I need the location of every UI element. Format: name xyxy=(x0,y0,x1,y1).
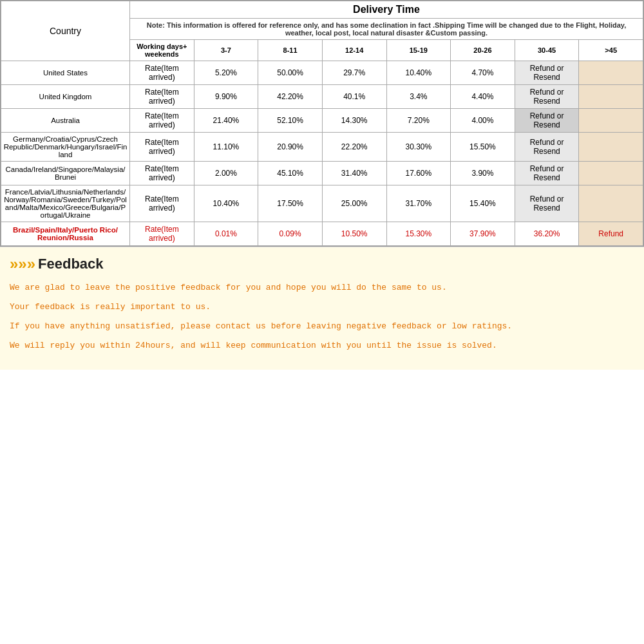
data-cell: 0.09% xyxy=(258,222,323,246)
data-cell: 4.40% xyxy=(451,85,515,109)
table-row: United KingdomRate(Item arrived)9.90%42.… xyxy=(1,85,643,109)
table-row: United StatesRate(Item arrived)5.20%50.0… xyxy=(1,61,643,85)
col-20-26: 20-26 xyxy=(451,40,515,61)
table-row: AustraliaRate(Item arrived)21.40%52.10%1… xyxy=(1,109,643,133)
table-row: Brazil/Spain/Italy/Puerto Rico/ Reunion/… xyxy=(1,222,643,246)
country-cell: United States xyxy=(1,61,130,85)
working-days-cell: Rate(Item arrived) xyxy=(130,133,194,162)
data-cell: 10.50% xyxy=(322,222,386,246)
data-cell: 42.20% xyxy=(258,85,323,109)
last-col-cell xyxy=(579,85,643,109)
refund-cell: Refund or Resend xyxy=(515,133,579,162)
delivery-table-section: Country Delivery Time Note: This informa… xyxy=(0,0,644,247)
data-cell: 10.40% xyxy=(386,61,451,85)
data-cell: 3.4% xyxy=(386,85,451,109)
data-cell: 45.10% xyxy=(258,162,323,185)
data-cell: 25.00% xyxy=(322,185,386,222)
last-col-cell: Refund xyxy=(579,222,643,246)
col-30-45: 30-45 xyxy=(515,40,579,61)
last-col-cell xyxy=(579,162,643,185)
last-col-cell xyxy=(579,109,643,133)
country-cell: Germany/Croatia/Cyprus/Czech Republic/De… xyxy=(1,133,130,162)
last-col-cell xyxy=(579,185,643,222)
country-cell: Brazil/Spain/Italy/Puerto Rico/ Reunion/… xyxy=(1,222,130,246)
working-days-cell: Rate(Item arrived) xyxy=(130,222,194,246)
data-cell: 21.40% xyxy=(194,109,258,133)
data-cell: 7.20% xyxy=(386,109,451,133)
delivery-time-header: Delivery Time xyxy=(130,1,643,19)
feedback-line: If you have anything unsatisfied, please… xyxy=(10,318,634,335)
refund-cell: Refund or Resend xyxy=(515,109,579,133)
note-cell: Note: This information is offered for re… xyxy=(130,19,643,40)
data-cell: 15.40% xyxy=(451,185,515,222)
data-cell: 9.90% xyxy=(194,85,258,109)
data-cell: 52.10% xyxy=(258,109,323,133)
data-cell: 31.40% xyxy=(322,162,386,185)
feedback-line: We will reply you within 24hours, and wi… xyxy=(10,337,634,354)
country-cell: Canada/Ireland/Singapore/Malaysia/Brunei xyxy=(1,162,130,185)
feedback-arrows: »»» xyxy=(10,255,35,273)
data-cell: 15.50% xyxy=(451,133,515,162)
refund-cell: Refund or Resend xyxy=(515,61,579,85)
refund-cell: Refund or Resend xyxy=(515,185,579,222)
data-cell: 14.30% xyxy=(322,109,386,133)
data-cell: 3.90% xyxy=(451,162,515,185)
feedback-section: »»» Feedback We are glad to leave the po… xyxy=(0,247,644,370)
working-days-cell: Rate(Item arrived) xyxy=(130,61,194,85)
col-working-days: Working days+weekends xyxy=(130,40,194,61)
data-cell: 40.1% xyxy=(322,85,386,109)
last-col-cell xyxy=(579,61,643,85)
data-cell: 37.90% xyxy=(451,222,515,246)
data-cell: 15.30% xyxy=(386,222,451,246)
table-row: France/Latvia/Lithusnia/Netherlands/Norw… xyxy=(1,185,643,222)
feedback-title-container: »»» Feedback xyxy=(10,255,634,273)
country-cell: United Kingdom xyxy=(1,85,130,109)
refund-cell: 36.20% xyxy=(515,222,579,246)
feedback-title-text: Feedback xyxy=(38,256,104,272)
feedback-line: Your feedback is really important to us. xyxy=(10,299,634,316)
country-header: Country xyxy=(1,1,130,61)
working-days-cell: Rate(Item arrived) xyxy=(130,85,194,109)
data-cell: 17.60% xyxy=(386,162,451,185)
col-3-7: 3-7 xyxy=(194,40,258,61)
refund-cell: Refund or Resend xyxy=(515,162,579,185)
table-row: Canada/Ireland/Singapore/Malaysia/Brunei… xyxy=(1,162,643,185)
country-cell: France/Latvia/Lithusnia/Netherlands/Norw… xyxy=(1,185,130,222)
data-cell: 31.70% xyxy=(386,185,451,222)
country-cell: Australia xyxy=(1,109,130,133)
data-cell: 22.20% xyxy=(322,133,386,162)
data-cell: 50.00% xyxy=(258,61,323,85)
working-days-cell: Rate(Item arrived) xyxy=(130,162,194,185)
working-days-cell: Rate(Item arrived) xyxy=(130,185,194,222)
data-cell: 29.7% xyxy=(322,61,386,85)
feedback-line: We are glad to leave the positive feedba… xyxy=(10,279,634,296)
refund-cell: Refund or Resend xyxy=(515,85,579,109)
data-cell: 4.00% xyxy=(451,109,515,133)
col-gt45: >45 xyxy=(579,40,643,61)
data-cell: 5.20% xyxy=(194,61,258,85)
col-12-14: 12-14 xyxy=(322,40,386,61)
data-cell: 20.90% xyxy=(258,133,323,162)
col-8-11: 8-11 xyxy=(258,40,323,61)
data-cell: 30.30% xyxy=(386,133,451,162)
data-cell: 10.40% xyxy=(194,185,258,222)
data-cell: 17.50% xyxy=(258,185,323,222)
working-days-cell: Rate(Item arrived) xyxy=(130,109,194,133)
data-cell: 11.10% xyxy=(194,133,258,162)
data-cell: 0.01% xyxy=(194,222,258,246)
data-cell: 4.70% xyxy=(451,61,515,85)
data-cell: 2.00% xyxy=(194,162,258,185)
last-col-cell xyxy=(579,133,643,162)
table-row: Germany/Croatia/Cyprus/Czech Republic/De… xyxy=(1,133,643,162)
col-15-19: 15-19 xyxy=(386,40,451,61)
feedback-text-block: We are glad to leave the positive feedba… xyxy=(10,279,634,354)
